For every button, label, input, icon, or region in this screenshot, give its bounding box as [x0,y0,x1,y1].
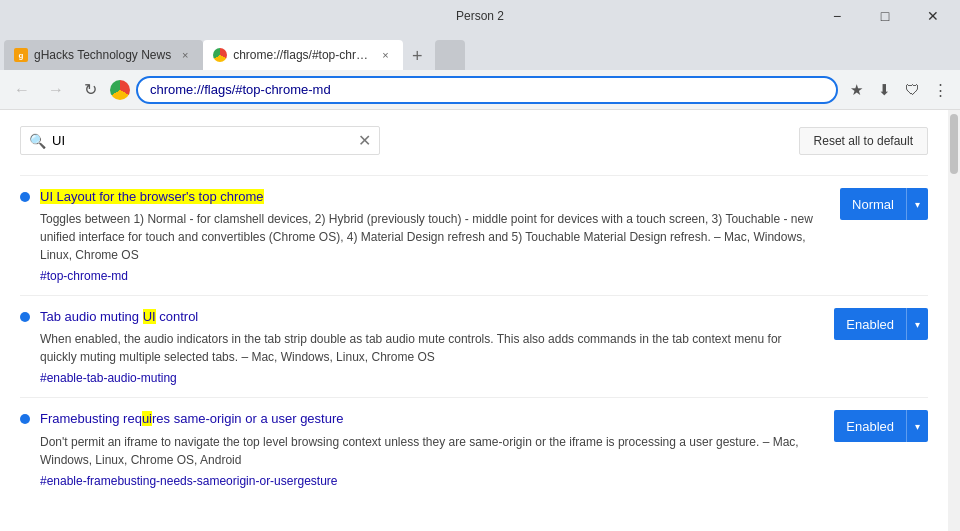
bookmark-icon[interactable]: ★ [844,78,868,102]
flag-dropdown: Normal ▾ [840,188,928,220]
dropdown-arrow-icon: ▾ [906,308,928,340]
flag-left: UI Layout for the browser's top chrome T… [20,188,820,283]
reload-button[interactable]: ↻ [76,76,104,104]
content-area: 🔍 ✕ Reset all to default UI Layout for t… [0,110,960,531]
dropdown-label: Normal [840,197,906,212]
flag-item: Framebusting requires same-origin or a u… [20,397,928,499]
reset-all-button[interactable]: Reset all to default [799,127,928,155]
search-icon: 🔍 [29,133,46,149]
flag-content: Framebusting requires same-origin or a u… [40,410,814,487]
omnibox-url: chrome://flags/#top-chrome-md [150,82,331,97]
forward-button[interactable]: → [42,76,70,104]
search-bar: 🔍 ✕ Reset all to default [20,126,928,155]
tab-chrome-flags[interactable]: chrome://flags/#top-chro… × [203,40,403,70]
tab-chrome-flags-label: chrome://flags/#top-chro… [233,48,371,62]
flag-title-after: control [156,309,199,324]
flag-content: UI Layout for the browser's top chrome T… [40,188,820,283]
clear-search-button[interactable]: ✕ [358,131,371,150]
close-button[interactable]: ✕ [910,0,956,32]
flag-title-highlight: ui [142,411,152,426]
tab-bar: g gHacks Technology News × chrome://flag… [0,32,960,70]
flag-anchor-link[interactable]: #enable-tab-audio-muting [40,371,177,385]
flag-anchor-link[interactable]: #enable-framebusting-needs-sameorigin-or… [40,474,338,488]
flag-desc: Toggles between 1) Normal - for clamshel… [40,210,820,264]
flag-desc: Don't permit an iframe to navigate the t… [40,433,814,469]
flag-dropdown: Enabled ▾ [834,410,928,442]
chrome-logo [110,80,130,100]
main-content: 🔍 ✕ Reset all to default UI Layout for t… [0,110,948,531]
dropdown-label: Enabled [834,317,906,332]
flag-dot [20,414,30,424]
dropdown-arrow-icon: ▾ [906,410,928,442]
address-bar: ← → ↻ chrome://flags/#top-chrome-md ★ ⬇ … [0,70,960,110]
maximize-button[interactable]: □ [862,0,908,32]
security-icon[interactable]: 🛡 [900,78,924,102]
flag-dropdown-button[interactable]: Enabled ▾ [834,410,928,442]
flag-title-highlight: UI Layout for the browser's top chrome [40,189,264,204]
flag-title-highlight: UI [143,309,156,324]
search-input[interactable] [52,133,352,148]
chrome-favicon [213,48,227,62]
tab-ghacks-label: gHacks Technology News [34,48,171,62]
title-bar: Person 2 − □ ✕ [0,0,960,32]
flag-dropdown-button[interactable]: Normal ▾ [840,188,928,220]
menu-icon[interactable]: ⋮ [928,78,952,102]
window-controls: − □ ✕ [814,0,956,32]
flag-title-before: Tab audio muting [40,309,143,324]
flag-dropdown: Enabled ▾ [834,308,928,340]
flag-title: Tab audio muting UI control [40,308,814,326]
user-profile-label: Person 2 [456,9,504,23]
dropdown-arrow-icon: ▾ [906,188,928,220]
flag-left: Tab audio muting UI control When enabled… [20,308,814,385]
flag-title: UI Layout for the browser's top chrome [40,188,820,206]
flag-title: Framebusting requires same-origin or a u… [40,410,814,428]
search-input-wrap: 🔍 ✕ [20,126,380,155]
flag-left: Framebusting requires same-origin or a u… [20,410,814,487]
flag-dot [20,312,30,322]
dropdown-label: Enabled [834,419,906,434]
tab-ghacks-close[interactable]: × [177,47,193,63]
flag-item: Tab audio muting UI control When enabled… [20,295,928,397]
new-tab-button[interactable]: + [403,42,431,70]
omnibox[interactable]: chrome://flags/#top-chrome-md [136,76,838,104]
flag-anchor-link[interactable]: #top-chrome-md [40,269,128,283]
downloads-icon[interactable]: ⬇ [872,78,896,102]
flag-content: Tab audio muting UI control When enabled… [40,308,814,385]
tab-ghacks[interactable]: g gHacks Technology News × [4,40,203,70]
flag-item: UI Layout for the browser's top chrome T… [20,175,928,295]
flag-dropdown-button[interactable]: Enabled ▾ [834,308,928,340]
tab-ghost [435,40,465,70]
flag-desc: When enabled, the audio indicators in th… [40,330,814,366]
minimize-button[interactable]: − [814,0,860,32]
scrollbar-thumb[interactable] [950,114,958,174]
back-button[interactable]: ← [8,76,36,104]
scrollbar[interactable] [948,110,960,531]
flag-dot [20,192,30,202]
ghacks-favicon: g [14,48,28,62]
address-icons: ★ ⬇ 🛡 ⋮ [844,78,952,102]
tab-chrome-flags-close[interactable]: × [378,47,394,63]
